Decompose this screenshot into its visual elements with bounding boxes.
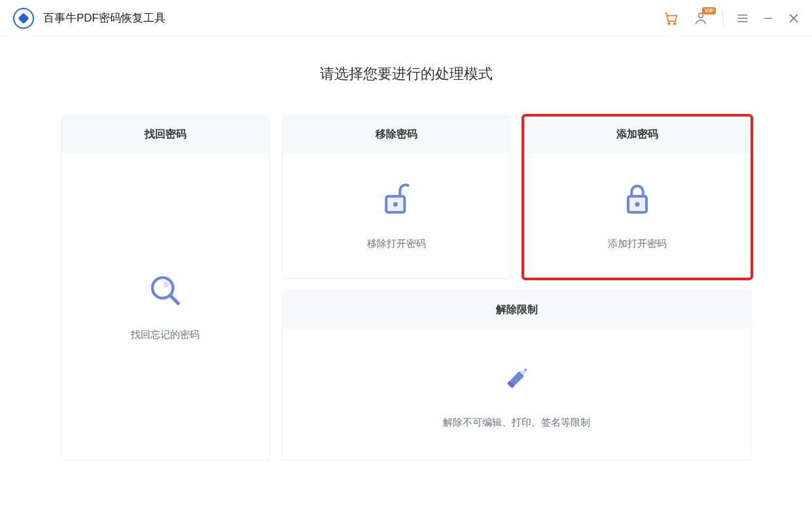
cart-icon[interactable] <box>662 10 679 27</box>
card-desc: 解除不可编辑、打印、签名等限制 <box>443 416 590 429</box>
app-title: 百事牛PDF密码恢复工具 <box>43 10 166 26</box>
vip-badge: VIP <box>702 7 716 14</box>
card-remove-restrictions[interactable]: 解除限制 解除不可编辑、打印、签名等限制 <box>282 291 752 461</box>
minimize-button[interactable] <box>762 12 774 24</box>
svg-point-1 <box>674 22 676 24</box>
lock-open-icon <box>378 181 415 218</box>
card-title: 移除密码 <box>283 116 510 153</box>
lock-closed-icon <box>619 181 656 218</box>
app-logo-icon <box>13 8 34 29</box>
card-desc: 找回忘记的密码 <box>131 329 200 341</box>
svg-point-15 <box>635 202 639 207</box>
card-title: 解除限制 <box>283 291 751 329</box>
card-title: 找回密码 <box>62 116 270 153</box>
main-content: 请选择您要进行的处理模式 找回密码 找回忘记的密码 移除密码 <box>0 37 812 461</box>
card-add-password[interactable]: 添加密码 添加打开密码 <box>523 115 752 279</box>
magnifier-icon <box>147 272 184 309</box>
svg-point-13 <box>393 202 397 207</box>
mode-options-grid: 找回密码 找回忘记的密码 移除密码 <box>0 115 812 461</box>
svg-line-11 <box>170 295 178 303</box>
card-desc: 添加打开密码 <box>608 238 667 250</box>
card-title: 添加密码 <box>523 116 751 153</box>
user-icon[interactable]: VIP <box>692 10 709 27</box>
titlebar: 百事牛PDF密码恢复工具 VIP <box>0 0 812 37</box>
titlebar-separator <box>722 11 723 26</box>
pencil-icon <box>499 360 535 397</box>
card-remove-password[interactable]: 移除密码 移除打开密码 <box>282 115 511 279</box>
card-recover-password[interactable]: 找回密码 找回忘记的密码 <box>61 115 270 461</box>
menu-icon[interactable] <box>736 12 749 25</box>
svg-point-10 <box>163 282 169 287</box>
page-heading: 请选择您要进行的处理模式 <box>0 64 812 84</box>
svg-point-0 <box>668 22 670 24</box>
card-desc: 移除打开密码 <box>367 238 426 250</box>
close-button[interactable] <box>787 12 800 25</box>
